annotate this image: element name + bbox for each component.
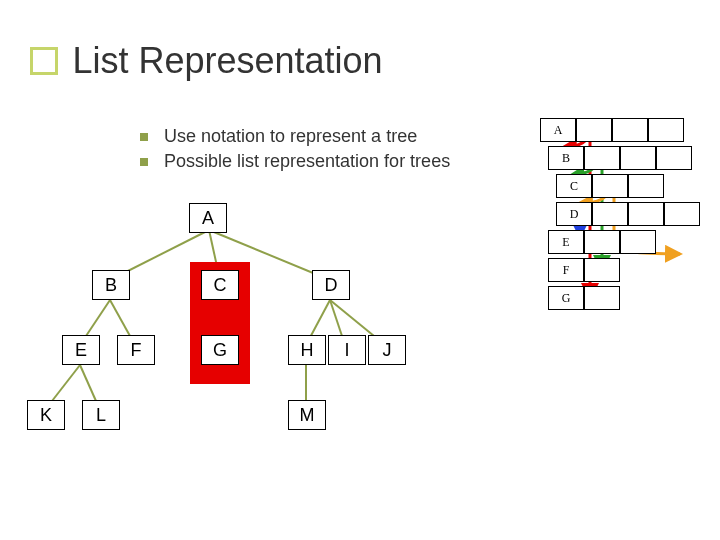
tree-node-i: I	[328, 335, 366, 365]
tree-node-c: C	[201, 270, 239, 300]
list-cell-empty	[656, 146, 692, 170]
title-accent-square	[30, 47, 58, 75]
list-cell-e: E	[548, 230, 584, 254]
list-cell-empty	[628, 202, 664, 226]
list-cell-c: C	[556, 174, 592, 198]
list-cell-empty	[576, 118, 612, 142]
list-cell-d: D	[556, 202, 592, 226]
bullet-icon	[140, 158, 148, 166]
bullet-list: Use notation to represent a tree Possibl…	[140, 126, 450, 176]
tree-node-f: F	[117, 335, 155, 365]
tree-node-j: J	[368, 335, 406, 365]
tree-node-m: M	[288, 400, 326, 430]
list-cell-empty	[648, 118, 684, 142]
bullet-item: Possible list representation for trees	[140, 151, 450, 172]
list-cell-empty	[612, 118, 648, 142]
tree-node-e: E	[62, 335, 100, 365]
list-cell-empty	[620, 146, 656, 170]
slide-title: List Representation	[72, 40, 382, 81]
bullet-item: Use notation to represent a tree	[140, 126, 450, 147]
tree-node-b: B	[92, 270, 130, 300]
bullet-text: Use notation to represent a tree	[164, 126, 417, 147]
tree-node-d: D	[312, 270, 350, 300]
list-cell-a: A	[540, 118, 576, 142]
tree-node-g: G	[201, 335, 239, 365]
tree-node-a: A	[189, 203, 227, 233]
tree-node-h: H	[288, 335, 326, 365]
list-cell-b: B	[548, 146, 584, 170]
bullet-text: Possible list representation for trees	[164, 151, 450, 172]
list-cell-empty	[592, 202, 628, 226]
list-cell-f: F	[548, 258, 584, 282]
list-cell-empty	[584, 146, 620, 170]
tree-node-l: L	[82, 400, 120, 430]
list-cell-empty	[584, 230, 620, 254]
list-cell-empty	[620, 230, 656, 254]
list-cell-empty	[664, 202, 700, 226]
bullet-icon	[140, 133, 148, 141]
tree-node-k: K	[27, 400, 65, 430]
list-cell-empty	[628, 174, 664, 198]
list-cell-g: G	[548, 286, 584, 310]
list-cell-empty	[592, 174, 628, 198]
tree-diagram: A B C D E F G H I J K L M	[10, 200, 430, 500]
list-cell-empty	[584, 286, 620, 310]
slide-title-block: List Representation	[30, 40, 383, 82]
list-cell-empty	[584, 258, 620, 282]
